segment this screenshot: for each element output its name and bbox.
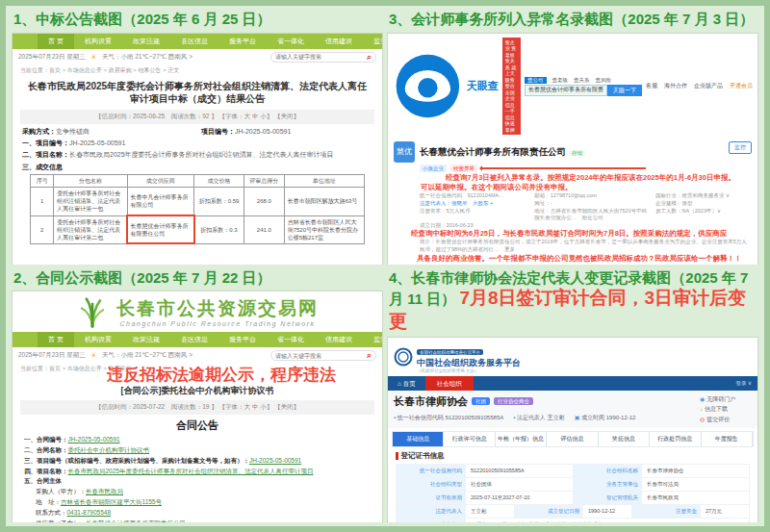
platform-subtitle: （民政部社会组织管理局 主办） [417,368,521,373]
nav-item-home[interactable]: 首 页 [38,34,74,49]
announcement-title: 长春市民政局2025年度委托会计师事务所对社会组织注销清算、法定代表人离任审计项… [13,77,382,108]
field-value: 27万元 [701,505,749,518]
annotation-line-2: 可以延期申报。在这个期间该公司并没有申报。 [388,183,757,191]
buyer-link[interactable]: 长春市民政局 [86,488,123,494]
annotation-arrow-icon [481,167,646,169]
buyer-contact-link[interactable]: 0431-87905548 [67,509,112,516]
project-no-label: 项目编号： [201,128,235,135]
link-overseas[interactable]: 海外合作 [664,82,687,90]
status-badge: 存续 [569,150,585,156]
nav-item-province[interactable]: 省一体化 [267,332,315,347]
company-tags: 小微企业 经营异常 [388,163,757,173]
tab-boss[interactable]: 查老板 [552,77,569,84]
establish-label: 成立时间 [581,415,604,420]
search-input[interactable] [275,54,367,60]
link-service[interactable]: 客服 [646,82,657,90]
monitor-button[interactable]: 监控 [729,141,752,154]
annotation-line-4: 具备良好的商业信誉。一个年报都不申报的公司竟然也被民政局招标成功？民政局应该给一… [388,254,757,263]
field-value: 2025-07-11至2027-07-10 [466,492,573,504]
contract-name-link[interactable]: 委托社会中介机构审计协议书 [68,446,150,453]
nav-item-credit[interactable]: 信用建设 [315,34,363,49]
contract-meta: 【信息时间：2025-07-22 阅读次数：19 】 【字体：大 中 小】 【关… [20,400,374,415]
nav-item-credit[interactable]: 信用建设 [315,332,363,347]
tyc-search-input[interactable] [525,85,607,96]
nav-home[interactable]: ⌂ 首页 [388,376,425,391]
tag-micro-enterprise[interactable]: 小微企业 [420,165,447,172]
establish-value: 1990-12-12 [606,415,636,420]
accessibility-icon: ◉ [700,396,705,402]
supplier-link[interactable]: 长春慧优会计师事务所有限责任公司 [86,519,186,522]
field-label: 业务主管单位 [573,478,642,491]
contract-subtitle: 合同公告 [13,417,382,435]
login-menu[interactable]: 登录 ∨ [730,376,757,391]
credit-code-label: 统一社会信用代码 [398,415,444,420]
nav-item-policy[interactable]: 政策法规 [122,34,170,49]
nav-item-service[interactable]: 服务平台 [218,332,267,347]
search-icon[interactable]: ⌕ [367,53,372,62]
nav-item-policy[interactable]: 政策法规 [122,332,170,347]
nav-item-supervision[interactable]: 监管平台 [363,332,383,347]
tab-evaluation[interactable]: 评估信息 [547,432,598,446]
col-score: 评审总得分 [244,175,285,188]
panel-contract-publicity: 2、合同公示截图（2025 年 7 月 22 日） 长春市公共资源交易网 Cha… [12,268,383,523]
contract-publicity-screenshot: 长春市公共资源交易网 Changchun Public Resource Tra… [12,291,383,522]
tab-relation[interactable]: 查关系 [574,77,590,84]
org-type-badge: 社团 [472,397,490,405]
promo-banner[interactable]: 查企业 查老板 查关系 就上天眼查 整合全国企业信息 一手信息快速掌握 [502,38,521,136]
field-label: 证书有效期 [397,492,466,504]
panel-1-heading: 1、中标公告截图（2025 年 6 月 25 日） [13,11,383,29]
tab-basic-info[interactable]: 基础信息 [393,432,444,446]
nav-item-province[interactable]: 省一体化 [267,34,315,49]
nav-item-org[interactable]: 机构设置 [74,332,122,347]
field-label: 登记管理机关 [573,492,642,504]
contract-no-link[interactable]: JH-2025-05-00591 [68,436,120,443]
tab-penalties[interactable]: 行政处罚信息 [650,432,701,446]
nav-item-county[interactable]: 县区信息 [170,332,218,347]
nav-item-org[interactable]: 机构设置 [74,34,122,49]
credit-code-icon: ▪ [394,415,396,420]
nav-item-service[interactable]: 服务平台 [218,34,267,49]
tab-company[interactable]: 查公司 [525,77,547,84]
col-price: 成交价格 [194,175,244,188]
tab-admin-license[interactable]: 行政许可信息 [444,432,495,446]
section-bar-icon [396,452,398,460]
purchase-method-value: 竞争性磋商 [56,128,90,135]
field-label: 法定代表人 [397,505,466,518]
nav-item-home[interactable]: 首 页 [38,332,74,347]
buyer-address-link[interactable]: 吉林省长春市朝阳区建平大街1155号 [61,498,162,505]
legal-representative[interactable]: 法定代表人：张晓琴 大股东 + [420,200,528,207]
project-no-link[interactable]: JH-2025-05-00591 [249,457,301,464]
site-search[interactable]: ⌕ [270,52,376,63]
registration-cert-fields: 统一社会信用代码51220100509105585A 社会组织名称长春市律师协会… [396,464,750,522]
search-category-tabs: 查公司 查老板 查关系 查风险 [525,77,642,84]
tab-yearly[interactable]: 年度报告 [702,432,753,446]
site-search[interactable]: ⌕ [270,350,376,361]
tab-annual-report[interactable]: 年检（年报）信息 [496,432,547,446]
search-input[interactable] [275,353,367,359]
accessibility-action[interactable]: ◉无障碍门户 [700,394,752,405]
field-value: 长春市司法局 [642,478,749,491]
breadcrumb[interactable]: 当前位置：首页 > 市场信息公开 > 政府采购 > 结果公告 > 正文 [13,65,382,77]
tab-risk[interactable]: 查风险 [596,77,612,84]
company-header: 慧优 长春慧优会计师事务所有限责任公司存续 监控 [388,139,757,163]
announcement-meta: 【信息时间：2025-06-25 阅读次数：92 】 【字体：大 中 小】 【关… [20,110,374,124]
tyc-header: 天眼查 查企业 查老板 查关系 就上天眼查 整合全国企业信息 一手信息快速掌握 … [388,34,757,139]
link-vip[interactable]: 开通会员 [730,82,753,90]
search-icon[interactable]: ⌕ [367,351,372,360]
tab-rewards[interactable]: 奖惩信息 [599,432,650,446]
credit-code: 统一社会信用代码 91220104MA… [420,192,528,199]
feedback-action[interactable]: ◎提交评价 [700,415,752,425]
nav-item-county[interactable]: 县区信息 [170,34,218,49]
tyc-search-button[interactable]: 天眼一下 [607,85,642,96]
project-name-link[interactable]: 长春市民政局2025年度委托会计师事务所对社会组织注销清算、法定代表人离任审计项… [68,468,314,474]
org-name: 长春市律师协会 [394,394,468,409]
establish-date: 成立日期：2016-06-23 [420,222,532,229]
tianyancha-wordmark[interactable]: 天眼查 [467,79,499,93]
calendar-icon: ▣ [575,415,580,420]
tag-abnormal-operation[interactable]: 经营异常 [450,165,477,172]
nav-item-supervision[interactable]: 监管平台 [363,34,383,49]
annotation-line-1: 经查询7月3日被列入异常名录。按照规定2024年的年报应该在2025年的1月-6… [388,173,757,182]
download-action[interactable]: ↓信息下载 [700,404,752,415]
nav-social-org[interactable]: 社会组织 [425,376,474,391]
link-enterprise[interactable]: 企业版产品 [694,82,723,90]
